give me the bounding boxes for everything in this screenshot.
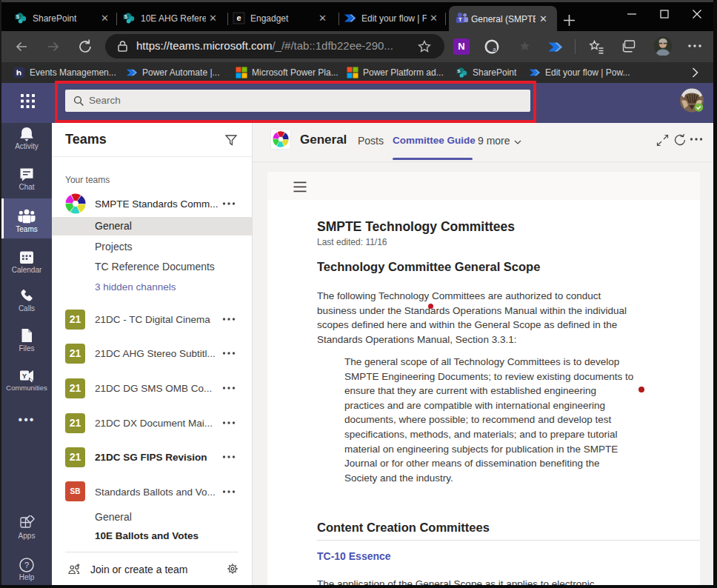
svg-text:?: ? [24,561,29,569]
svg-text:T: T [458,16,462,23]
svg-text:e: e [236,13,241,22]
svg-text:S: S [458,69,461,73]
svg-text:S: S [124,14,128,19]
svg-text:Y: Y [22,372,27,380]
svg-text:a: a [493,47,496,52]
svg-text:S: S [16,14,20,19]
